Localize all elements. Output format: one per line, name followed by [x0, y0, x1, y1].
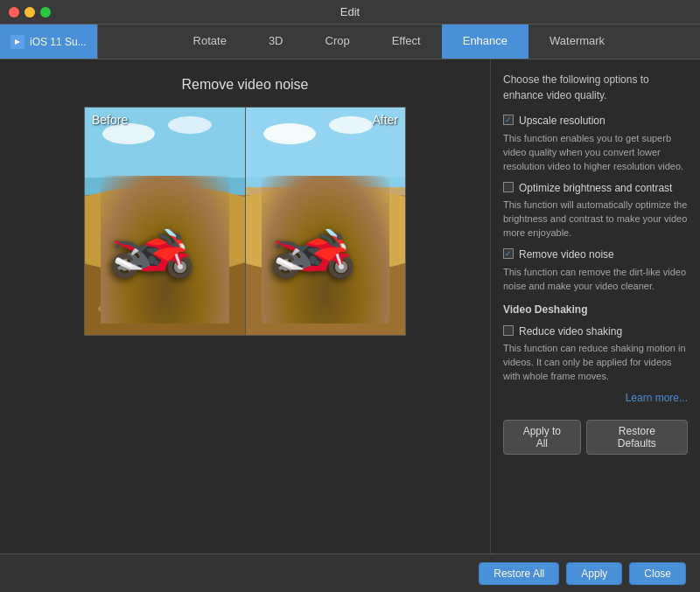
deshaking-label: Reduce video shaking — [519, 324, 622, 339]
preview-title: Remove video noise — [182, 77, 309, 93]
tab-watermark[interactable]: Watermark — [528, 24, 626, 59]
apply-to-all-button[interactable]: Apply to All — [503, 420, 581, 455]
svg-point-3 — [168, 116, 212, 134]
svg-rect-38 — [294, 287, 320, 303]
svg-point-31 — [340, 285, 361, 306]
minimize-traffic-light[interactable] — [24, 7, 35, 17]
upscale-desc: This function enables you to get superb … — [503, 132, 688, 174]
tab-bar: ▶ iOS 11 Su... Rotate 3D Crop Effect Enh… — [0, 24, 700, 59]
brightness-label: Optimize brightness and contrast — [519, 181, 672, 196]
close-traffic-light[interactable] — [9, 7, 19, 17]
file-tab-label: iOS 11 Su... — [30, 36, 87, 48]
svg-point-6 — [85, 186, 245, 274]
nav-tabs: Rotate 3D Crop Effect Enhance Watermark — [98, 24, 700, 59]
after-label: After — [372, 113, 398, 127]
brightness-checkbox[interactable] — [503, 182, 514, 192]
before-label: Before — [92, 113, 128, 127]
svg-point-35 — [307, 235, 333, 274]
deshaking-option-row: Reduce video shaking — [503, 324, 688, 339]
tab-effect[interactable]: Effect — [371, 24, 442, 59]
svg-point-16 — [150, 225, 174, 249]
svg-rect-37 — [314, 243, 332, 250]
svg-point-30 — [332, 276, 370, 315]
svg-point-26 — [246, 186, 405, 274]
svg-rect-5 — [85, 221, 245, 335]
preview-container: Before — [84, 107, 406, 336]
right-panel: Choose the following options to enhance … — [490, 59, 700, 554]
main-content: Remove video noise Before — [0, 59, 700, 554]
window-title: Edit — [340, 5, 360, 18]
intro-text: Choose the following options to enhance … — [503, 72, 688, 103]
after-image: 27 — [246, 108, 405, 335]
tab-crop[interactable]: Crop — [304, 24, 371, 59]
apply-button[interactable]: Apply — [566, 562, 622, 585]
left-panel: Remove video noise Before — [0, 59, 490, 554]
svg-text:27: 27 — [141, 290, 151, 300]
svg-point-27 — [281, 265, 342, 300]
svg-line-33 — [307, 261, 325, 296]
maximize-traffic-light[interactable] — [40, 7, 51, 17]
svg-point-28 — [270, 276, 309, 315]
svg-point-9 — [118, 285, 139, 306]
noise-desc: This function can remove the dirt-like v… — [503, 266, 688, 294]
svg-point-22 — [263, 123, 316, 144]
svg-point-15 — [146, 235, 172, 274]
traffic-lights — [9, 7, 51, 17]
svg-text:27: 27 — [302, 290, 312, 300]
brightness-desc: This function will automatically optimiz… — [503, 198, 688, 240]
deshaking-section-label: Video Deshaking — [503, 303, 688, 317]
svg-point-36 — [311, 225, 335, 249]
svg-point-8 — [109, 276, 148, 315]
svg-point-10 — [171, 276, 209, 315]
secondary-actions: Apply to All Restore Defaults — [503, 420, 688, 455]
deshaking-checkbox[interactable] — [503, 325, 514, 336]
tab-rotate[interactable]: Rotate — [172, 24, 248, 59]
brightness-option-row: Optimize brightness and contrast — [503, 181, 688, 196]
upscale-label: Upscale resolution — [519, 114, 606, 129]
file-tab[interactable]: ▶ iOS 11 Su... — [0, 24, 98, 59]
learn-more-link[interactable]: Learn more... — [503, 391, 688, 406]
svg-point-23 — [329, 116, 373, 134]
svg-line-34 — [325, 261, 351, 296]
svg-line-14 — [164, 261, 190, 296]
svg-point-20 — [98, 302, 142, 316]
bottom-action-bar: Restore All Apply Close — [0, 554, 700, 592]
close-button[interactable]: Close — [629, 562, 686, 585]
title-bar: Edit — [0, 0, 700, 24]
noise-checkbox[interactable] — [503, 248, 514, 259]
restore-defaults-button[interactable]: Restore Defaults — [586, 420, 688, 455]
svg-rect-4 — [85, 195, 245, 335]
svg-rect-17 — [153, 243, 171, 250]
before-image: 27 — [85, 108, 245, 335]
svg-rect-18 — [133, 287, 159, 303]
svg-point-11 — [179, 285, 200, 306]
upscale-checkbox[interactable] — [503, 115, 514, 125]
svg-rect-25 — [246, 221, 405, 335]
tab-3d[interactable]: 3D — [248, 24, 304, 59]
file-icon: ▶ — [10, 35, 24, 49]
restore-all-button[interactable]: Restore All — [479, 562, 559, 585]
after-panel: After — [245, 108, 405, 335]
svg-point-7 — [120, 265, 181, 300]
deshaking-desc: This function can reduce shaking motion … — [503, 342, 688, 384]
noise-label: Remove video noise — [519, 247, 614, 262]
svg-rect-24 — [246, 195, 405, 335]
svg-point-29 — [279, 285, 300, 306]
before-panel: Before — [85, 108, 245, 335]
noise-option-row: Remove video noise — [503, 247, 688, 262]
svg-point-40 — [268, 304, 294, 313]
tab-enhance[interactable]: Enhance — [442, 24, 528, 59]
upscale-option-row: Upscale resolution — [503, 114, 688, 129]
svg-line-13 — [146, 261, 164, 296]
